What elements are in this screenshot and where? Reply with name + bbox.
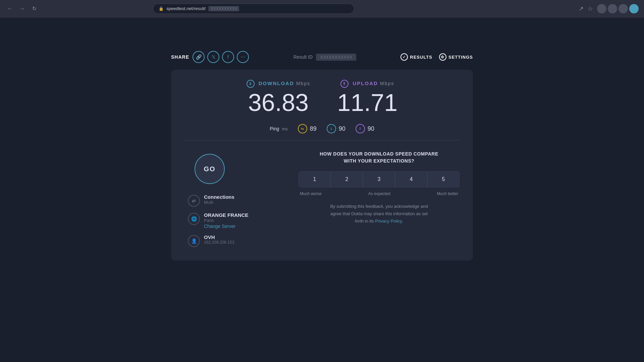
download-unit: Mbps [296, 81, 310, 86]
avatar-main [629, 4, 639, 13]
connection-info: GO ⇄ Connections Multi 🌐 ORANGE FRANCE [184, 150, 285, 247]
comparison-title: HOW DOES YOUR DOWNLOAD SPEED COMPAREWITH… [299, 150, 460, 165]
upload-value: 11.71 [337, 90, 397, 115]
share-icons: 🔗 𝕏 f ⋯ [193, 51, 249, 63]
rating-buttons: 1 2 3 4 5 [299, 171, 460, 187]
upload-unit: Mbps [380, 81, 394, 86]
browser-chrome: ← → ↻ 🔒 speedtest.net/result/ XXXXXXXXXX… [0, 0, 644, 17]
share-section: SHARE 🔗 𝕏 f ⋯ [171, 51, 249, 63]
settings-button[interactable]: ⚙ SETTINGS [439, 53, 473, 61]
rating-4-button[interactable]: 4 [395, 171, 427, 187]
connections-title: Connections [204, 194, 234, 200]
feedback-text: By submitting this feedback, you acknowl… [299, 203, 460, 225]
rating-5-button[interactable]: 5 [427, 171, 460, 187]
download-arrow-icon: ⇓ [247, 80, 255, 88]
url-text: speedtest.net/result/ [166, 6, 206, 11]
label-expected: As expected [368, 191, 390, 196]
jitter-down-icon: ⇓ [327, 124, 336, 133]
result-card: ⇓ DOWNLOAD Mbps 36.83 ⇑ UPLOAD Mbps 11.7… [171, 70, 473, 260]
isp-item: 🌐 ORANGE FRANCE Paris Change Server [188, 212, 249, 229]
bookmark-button[interactable]: ☆ [588, 5, 593, 12]
address-bar[interactable]: 🔒 speedtest.net/result/ XXXXXXXXXX [153, 4, 354, 14]
share-browser-button[interactable]: ↗ [579, 5, 584, 12]
ping-block: Ping ms [270, 126, 287, 131]
host-item: 👤 OVH 162.209.206.153 [188, 234, 249, 247]
forward-button[interactable]: → [17, 4, 27, 13]
connections-item: ⇄ Connections Multi [188, 194, 249, 207]
label-worse: Much worse [300, 191, 322, 196]
rating-2-button[interactable]: 2 [331, 171, 363, 187]
settings-label: SETTINGS [448, 55, 473, 60]
connection-items: ⇄ Connections Multi 🌐 ORANGE FRANCE Pari… [188, 194, 249, 247]
results-button[interactable]: ✓ RESULTS [400, 53, 432, 61]
download-block: ⇓ DOWNLOAD Mbps 36.83 [247, 80, 311, 117]
host-title: OVH [204, 234, 234, 240]
ping-icon: ⇋ [298, 124, 307, 133]
top-bar: SHARE 🔗 𝕏 f ⋯ Result ID XXXXXXXXXXX ✓ RE… [171, 51, 473, 63]
share-more-button[interactable]: ⋯ [237, 51, 249, 63]
rating-1-button[interactable]: 1 [299, 171, 331, 187]
page-content: SHARE 🔗 𝕏 f ⋯ Result ID XXXXXXXXXXX ✓ RE… [0, 17, 644, 362]
ping-value: 89 [310, 125, 317, 132]
ping-section: Ping ms ⇋ 89 ⇓ 90 ⇑ 90 [184, 124, 460, 140]
connections-details: Connections Multi [204, 194, 234, 205]
share-facebook-button[interactable]: f [222, 51, 234, 63]
nav-buttons: ← → ↻ [5, 4, 39, 13]
share-link-button[interactable]: 🔗 [193, 51, 205, 63]
jitter-up-icon: ⇑ [356, 124, 365, 133]
avatar-3 [619, 4, 628, 13]
download-value: 36.83 [247, 90, 311, 115]
ping-value-block: ⇋ 89 [298, 124, 317, 133]
isp-details: ORANGE FRANCE Paris Change Server [204, 212, 249, 229]
connections-icon: ⇄ [188, 195, 200, 207]
jitter-up-value: 90 [368, 125, 374, 132]
bottom-section: GO ⇄ Connections Multi 🌐 ORANGE FRANCE [184, 150, 460, 247]
url-redacted: XXXXXXXXXX [208, 6, 239, 11]
upload-arrow-icon: ⇑ [340, 80, 348, 88]
result-id-label: Result ID [293, 54, 313, 60]
ping-label: Ping [270, 126, 279, 131]
download-label: ⇓ DOWNLOAD Mbps [247, 80, 311, 88]
browser-actions: ↗ ☆ [579, 4, 639, 13]
avatar-2 [608, 4, 617, 13]
result-id-value: XXXXXXXXXXX [316, 54, 356, 61]
host-ip: 162.209.206.153 [204, 240, 234, 245]
share-twitter-button[interactable]: 𝕏 [207, 51, 219, 63]
isp-location: Paris [204, 218, 249, 223]
change-server-link[interactable]: Change Server [204, 224, 249, 229]
isp-title: ORANGE FRANCE [204, 212, 249, 218]
avatar-group [597, 4, 639, 13]
upload-block: ⇑ UPLOAD Mbps 11.71 [337, 80, 397, 117]
upload-label: ⇑ UPLOAD Mbps [337, 80, 397, 88]
label-better: Much better [437, 191, 458, 196]
privacy-link[interactable]: Privacy Policy. [375, 219, 403, 224]
lock-icon: 🔒 [159, 6, 164, 11]
jitter-down-block: ⇓ 90 [327, 124, 345, 133]
isp-icon: 🌐 [188, 213, 200, 225]
settings-icon: ⚙ [439, 53, 446, 61]
host-icon: 👤 [188, 235, 200, 247]
rating-labels: Much worse As expected Much better [299, 191, 460, 196]
host-details: OVH 162.209.206.153 [204, 234, 234, 245]
connections-value: Multi [204, 200, 234, 205]
speed-section: ⇓ DOWNLOAD Mbps 36.83 ⇑ UPLOAD Mbps 11.7… [184, 80, 460, 117]
avatar-1 [597, 4, 606, 13]
results-icon: ✓ [400, 53, 408, 61]
back-button[interactable]: ← [5, 4, 15, 13]
rating-3-button[interactable]: 3 [363, 171, 395, 187]
results-label: RESULTS [410, 55, 432, 60]
result-id-section: Result ID XXXXXXXXXXX [293, 54, 356, 61]
nav-actions: ✓ RESULTS ⚙ SETTINGS [400, 53, 473, 61]
ping-unit: ms [282, 126, 287, 131]
comparison-section: HOW DOES YOUR DOWNLOAD SPEED COMPAREWITH… [299, 150, 460, 247]
jitter-down-value: 90 [339, 125, 345, 132]
jitter-up-block: ⇑ 90 [356, 124, 374, 133]
reload-button[interactable]: ↻ [30, 4, 39, 13]
share-label: SHARE [171, 54, 189, 60]
go-button[interactable]: GO [195, 154, 225, 184]
